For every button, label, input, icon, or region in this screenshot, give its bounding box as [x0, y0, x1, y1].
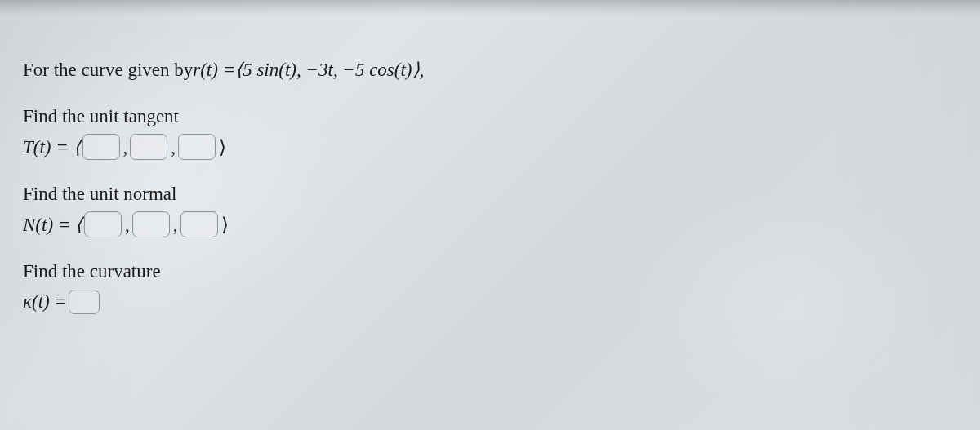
tangent-rhs: ⟩: [217, 135, 228, 160]
tangent-input-z[interactable]: [178, 134, 216, 160]
normal-input-z[interactable]: [180, 211, 218, 237]
tangent-input-x[interactable]: [82, 134, 120, 160]
intro-text: For the curve given by: [23, 57, 193, 82]
tangent-prompt: Find the unit tangent: [23, 104, 179, 129]
curvature-prompt: Find the curvature: [23, 259, 161, 284]
curvature-lhs: κ(t) =: [23, 289, 67, 314]
curve-definition: For the curve given by r(t) = ⟨5 sin(t),…: [23, 57, 957, 82]
normal-lhs: N(t) = ⟨: [23, 212, 82, 237]
unit-tangent-section: Find the unit tangent T(t) = ⟨ , , ⟩: [23, 104, 957, 160]
normal-input-y[interactable]: [132, 211, 170, 237]
curve-rhs: ⟨5 sin(t), −3t, −5 cos(t)⟩,: [235, 57, 424, 82]
unit-normal-section: Find the unit normal N(t) = ⟨ , , ⟩: [23, 181, 957, 237]
curve-lhs: r(t) =: [193, 57, 235, 82]
normal-input-x[interactable]: [84, 211, 122, 237]
problem-page: For the curve given by r(t) = ⟨5 sin(t),…: [0, 0, 980, 430]
curvature-input[interactable]: [69, 290, 100, 314]
normal-prompt: Find the unit normal: [23, 181, 176, 206]
normal-rhs: ⟩: [220, 212, 230, 237]
tangent-lhs: T(t) = ⟨: [23, 135, 81, 160]
curvature-section: Find the curvature κ(t) =: [23, 259, 957, 314]
tangent-input-y[interactable]: [130, 134, 167, 160]
